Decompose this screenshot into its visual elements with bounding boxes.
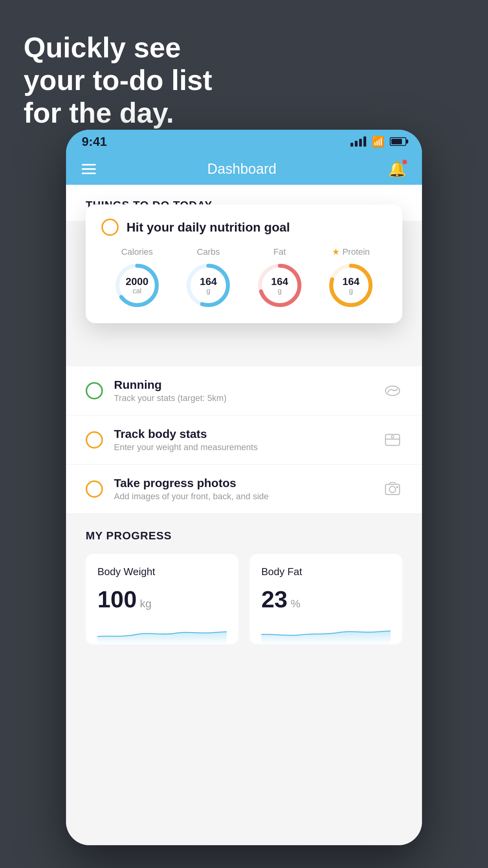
body-stats-check-circle[interactable]	[86, 431, 103, 449]
body-weight-card: Body Weight 100 kg	[86, 554, 238, 644]
todo-item-body-stats[interactable]: Track body stats Enter your weight and m…	[66, 416, 422, 465]
notification-dot	[402, 159, 408, 165]
fat-unit: g	[271, 287, 288, 295]
calories-label: Calories	[121, 247, 153, 257]
body-fat-unit: %	[291, 598, 301, 610]
card-header: Hit your daily nutrition goal	[101, 219, 387, 236]
running-check-circle[interactable]	[86, 382, 103, 399]
body-fat-number: 23	[261, 586, 288, 613]
body-weight-chart	[97, 621, 227, 644]
fat-value: 164	[271, 276, 288, 287]
running-icon	[383, 381, 402, 401]
body-weight-value-row: 100 kg	[97, 586, 227, 613]
protein-unit: g	[343, 287, 360, 295]
nutrition-card-label: Hit your daily nutrition goal	[127, 220, 290, 235]
progress-section: MY PROGRESS Body Weight 100 kg	[66, 514, 422, 660]
nutrition-fat: Fat 164 g	[256, 247, 303, 309]
body-weight-unit: kg	[140, 598, 152, 610]
headline: Quickly see your to-do list for the day.	[24, 31, 212, 129]
nutrition-protein: ★ Protein 164 g	[327, 247, 374, 309]
nav-title: Dashboard	[207, 161, 276, 177]
body-fat-title: Body Fat	[261, 566, 391, 578]
nutrition-calories: Calories 2000 cal	[114, 247, 161, 309]
protein-circle: 164 g	[327, 262, 374, 309]
phone-frame: 9:41 📶 Dashboard 🔔 THINGS TO DO TODAY	[66, 130, 422, 845]
nutrition-check-circle[interactable]	[101, 219, 119, 236]
status-icons: 📶	[350, 136, 406, 148]
photo-icon	[383, 479, 402, 499]
photos-subtitle: Add images of your front, back, and side	[114, 491, 372, 502]
svg-point-8	[385, 386, 400, 395]
running-subtitle: Track your stats (target: 5km)	[114, 393, 372, 403]
fat-circle: 164 g	[256, 262, 303, 309]
calories-circle: 2000 cal	[114, 262, 161, 309]
svg-rect-9	[385, 434, 400, 445]
nutrition-carbs: Carbs 164 g	[185, 247, 232, 309]
body-weight-number: 100	[97, 586, 137, 613]
progress-section-title: MY PROGRESS	[86, 530, 402, 542]
carbs-label: Carbs	[197, 247, 220, 257]
body-fat-value-row: 23 %	[261, 586, 391, 613]
signal-icon	[350, 136, 366, 147]
photos-text: Take progress photos Add images of your …	[114, 476, 372, 502]
body-stats-subtitle: Enter your weight and measurements	[114, 442, 372, 452]
status-bar: 9:41 📶	[66, 130, 422, 153]
svg-point-11	[391, 436, 394, 438]
running-text: Running Track your stats (target: 5km)	[114, 378, 372, 403]
star-icon: ★	[332, 247, 340, 257]
notification-bell[interactable]: 🔔	[388, 160, 406, 178]
nav-bar: Dashboard 🔔	[66, 153, 422, 185]
progress-cards: Body Weight 100 kg	[86, 554, 402, 644]
protein-value: 164	[343, 276, 360, 287]
svg-point-13	[389, 486, 396, 493]
scale-icon	[383, 430, 402, 450]
wifi-icon: 📶	[372, 136, 384, 148]
battery-icon	[390, 137, 406, 146]
todo-item-photos[interactable]: Take progress photos Add images of your …	[66, 465, 422, 514]
body-fat-chart	[261, 621, 391, 644]
calories-unit: cal	[126, 287, 149, 295]
todo-item-running[interactable]: Running Track your stats (target: 5km)	[66, 366, 422, 416]
photos-title: Take progress photos	[114, 476, 372, 490]
content-area: THINGS TO DO TODAY Hit your daily nutrit…	[66, 185, 422, 845]
status-time: 9:41	[82, 134, 107, 149]
todo-list: Running Track your stats (target: 5km) T…	[66, 366, 422, 514]
carbs-circle: 164 g	[185, 262, 232, 309]
protein-label-row: ★ Protein	[332, 247, 370, 257]
carbs-value: 164	[200, 276, 217, 287]
svg-point-14	[396, 486, 398, 488]
body-stats-title: Track body stats	[114, 427, 372, 441]
body-fat-card: Body Fat 23 %	[250, 554, 402, 644]
protein-label: Protein	[342, 247, 370, 257]
body-weight-title: Body Weight	[97, 566, 227, 578]
nutrition-row: Calories 2000 cal Carbs	[101, 247, 387, 309]
fat-label: Fat	[273, 247, 286, 257]
photos-check-circle[interactable]	[86, 480, 103, 498]
hamburger-menu[interactable]	[82, 164, 96, 174]
carbs-unit: g	[200, 287, 217, 295]
running-title: Running	[114, 378, 372, 392]
nutrition-card: Hit your daily nutrition goal Calories 2…	[86, 204, 402, 323]
calories-value: 2000	[126, 276, 149, 287]
body-stats-text: Track body stats Enter your weight and m…	[114, 427, 372, 452]
